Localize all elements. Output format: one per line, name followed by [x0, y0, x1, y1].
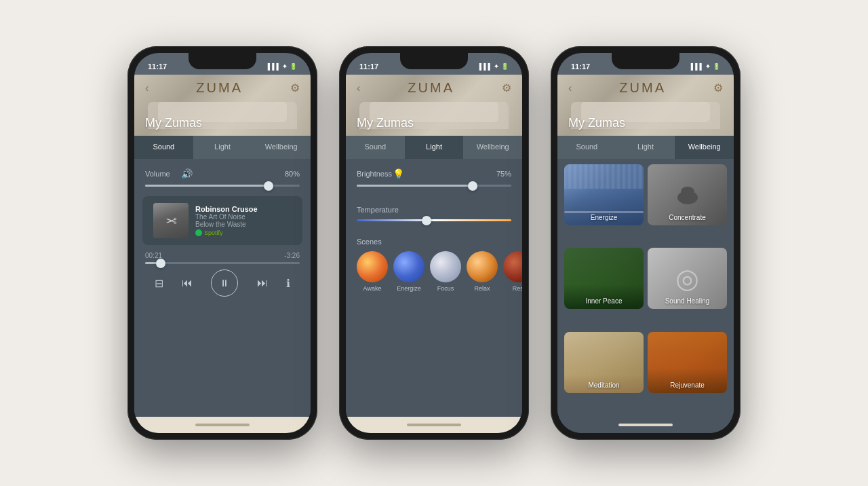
track-title: Robinson Crusoe — [195, 205, 292, 213]
hero-area-1: ‹ ZUMA ⚙ My Zumas — [134, 75, 311, 136]
scene-orb-focus[interactable] — [430, 251, 461, 282]
track-source: Spotify — [195, 229, 292, 236]
tab-bar-3: Sound Light Wellbeing — [557, 136, 734, 159]
volume-slider-container[interactable] — [134, 185, 311, 196]
tab-wellbeing-1[interactable]: Wellbeing — [252, 136, 311, 159]
album-art — [153, 203, 189, 238]
settings-button-3[interactable]: ⚙ — [713, 81, 723, 94]
home-bar-3 — [618, 424, 673, 426]
phone-footer-2 — [346, 417, 522, 433]
brightness-slider-container[interactable] — [346, 185, 522, 196]
back-button-1[interactable]: ‹ — [145, 82, 149, 94]
back-button-3[interactable]: ‹ — [568, 82, 572, 94]
brightness-slider-track[interactable] — [357, 185, 511, 187]
temperature-label: Temperature — [357, 206, 387, 214]
equalizer-button[interactable]: ⊟ — [155, 277, 163, 290]
scene-relax[interactable]: Relax — [467, 251, 498, 292]
tab-light-1[interactable]: Light — [193, 136, 252, 159]
volume-percent: 80% — [285, 170, 300, 178]
temperature-slider-track[interactable] — [357, 219, 511, 221]
hero-area-2: ‹ ZUMA ⚙ My Zumas — [346, 75, 522, 136]
prev-button[interactable]: ⏮ — [182, 277, 193, 289]
wellbeing-label-energize: Energize — [564, 214, 644, 221]
tab-sound-2[interactable]: Sound — [346, 136, 405, 159]
nav-bar-2: ‹ ZUMA ⚙ — [346, 75, 522, 101]
nav-bar-1: ‹ ZUMA ⚙ — [134, 75, 311, 101]
info-button[interactable]: ℹ — [286, 277, 290, 290]
wellbeing-grid: Energize Concentrate Inner — [557, 159, 734, 417]
now-playing-card: Robinson Crusoe The Art Of Noise Below t… — [142, 196, 302, 245]
tab-light-3[interactable]: Light — [616, 136, 675, 159]
notch-1 — [189, 53, 256, 69]
tab-wellbeing-2[interactable]: Wellbeing — [463, 136, 522, 159]
wellbeing-card-sound-healing[interactable]: Sound Healing — [648, 248, 727, 309]
temperature-slider-container[interactable] — [346, 219, 522, 231]
progress-slider[interactable] — [134, 262, 311, 264]
phones-container: 11:17 ▌▌▌ ✦ 🔋 ‹ ZUMA ⚙ My Zumas Sound Li… — [114, 33, 754, 453]
home-indicator-1 — [195, 424, 250, 426]
player-controls: ⊟ ⏮ ⏸ ⏭ ℹ — [134, 264, 311, 306]
progress-track[interactable] — [145, 262, 300, 264]
tab-wellbeing-3[interactable]: Wellbeing — [675, 136, 734, 159]
nav-bar-3: ‹ ZUMA ⚙ — [557, 75, 734, 101]
scene-name-awake: Awake — [363, 285, 382, 292]
volume-slider-track[interactable] — [145, 185, 300, 187]
time-remaining: -3:26 — [284, 252, 300, 259]
app-title-1: ZUMA — [196, 80, 243, 96]
next-button[interactable]: ⏭ — [257, 277, 268, 289]
brightness-fill — [357, 185, 473, 187]
scene-rest[interactable]: Rest — [503, 251, 522, 292]
phone-2-screen: 11:17 ▌▌▌ ✦ 🔋 ‹ ZUMA ⚙ My Zumas Sound Li… — [346, 53, 522, 433]
progress-thumb[interactable] — [156, 259, 165, 268]
album-art-inner — [153, 203, 189, 238]
phone-2: 11:17 ▌▌▌ ✦ 🔋 ‹ ZUMA ⚙ My Zumas Sound Li… — [339, 46, 529, 440]
volume-icon: 🔊 — [181, 168, 193, 179]
wellbeing-card-rejuvenate[interactable]: Rejuvenate — [648, 332, 727, 393]
notch-3 — [612, 53, 679, 69]
scene-orb-awake[interactable] — [357, 251, 388, 282]
wellbeing-card-energize[interactable]: Energize — [564, 164, 644, 225]
scene-awake[interactable]: Awake — [357, 251, 388, 292]
settings-button-1[interactable]: ⚙ — [290, 81, 300, 94]
scene-orb-rest[interactable] — [503, 251, 522, 282]
phone-footer-3 — [557, 417, 734, 433]
pause-button[interactable]: ⏸ — [211, 269, 238, 297]
scene-name-energize: Energize — [397, 285, 421, 292]
track-album: Below the Waste — [195, 221, 292, 228]
tab-sound-1[interactable]: Sound — [134, 136, 193, 159]
brightness-thumb[interactable] — [468, 181, 477, 191]
status-icons-3: ▌▌▌ ✦ 🔋 — [691, 63, 720, 70]
content-light: Brightness 💡 75% Temperature — [346, 159, 522, 417]
tab-sound-3[interactable]: Sound — [557, 136, 616, 159]
scene-orb-energize[interactable] — [393, 251, 425, 282]
back-button-2[interactable]: ‹ — [357, 82, 360, 94]
my-zumas-2: My Zumas — [357, 116, 414, 130]
scene-orb-relax[interactable] — [467, 251, 498, 282]
tab-light-2[interactable]: Light — [405, 136, 464, 159]
brightness-percent: 75% — [496, 170, 511, 178]
tab-bar-2: Sound Light Wellbeing — [346, 136, 522, 159]
scene-name-rest: Rest — [513, 285, 522, 292]
scene-energize[interactable]: Energize — [393, 251, 425, 292]
wellbeing-card-inner-peace[interactable]: Inner Peace — [564, 248, 644, 309]
settings-button-2[interactable]: ⚙ — [502, 81, 511, 94]
wellbeing-card-meditation[interactable]: Meditation — [564, 332, 644, 393]
waves-deco — [564, 164, 644, 189]
status-icons-2: ▌▌▌ ✦ 🔋 — [479, 63, 509, 70]
track-artist: The Art Of Noise — [195, 213, 292, 221]
brightness-section: Brightness 💡 75% — [346, 159, 522, 185]
brightness-icon: 💡 — [393, 168, 404, 179]
status-time-3: 11:17 — [571, 62, 590, 71]
volume-slider-thumb[interactable] — [264, 181, 273, 191]
scene-focus[interactable]: Focus — [430, 251, 461, 292]
volume-section: Volume 🔊 80% — [134, 159, 311, 185]
wellbeing-label-meditation: Meditation — [564, 381, 644, 389]
wellbeing-card-concentrate[interactable]: Concentrate — [648, 164, 727, 225]
content-wellbeing: Energize Concentrate Inner — [557, 159, 734, 417]
status-time-1: 11:17 — [148, 62, 167, 71]
temperature-thumb[interactable] — [422, 216, 431, 225]
tab-bar-1: Sound Light Wellbeing — [134, 136, 311, 159]
phone-3-screen: 11:17 ▌▌▌ ✦ 🔋 ‹ ZUMA ⚙ My Zumas Sound Li… — [557, 53, 734, 433]
phone-1: 11:17 ▌▌▌ ✦ 🔋 ‹ ZUMA ⚙ My Zumas Sound Li… — [127, 46, 317, 440]
scene-name-focus: Focus — [437, 285, 454, 292]
